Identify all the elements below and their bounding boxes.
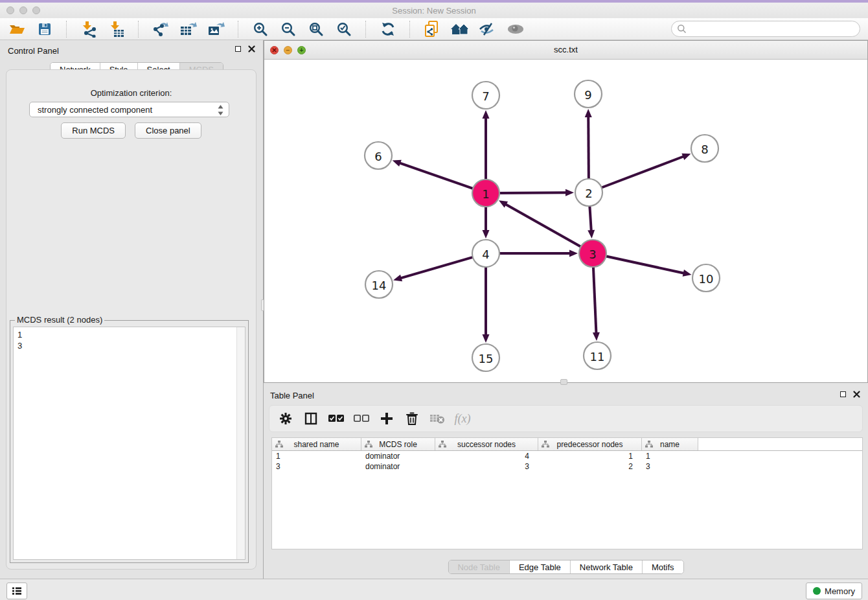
graph-node-3[interactable]: 3 — [579, 240, 606, 267]
graph-node-9[interactable]: 9 — [575, 80, 602, 108]
column-header-MCDS-role[interactable]: MCDS role — [361, 438, 435, 450]
export-image-icon[interactable] — [206, 19, 227, 39]
table-cell[interactable]: 1 — [538, 452, 642, 461]
zoom-in-icon[interactable] — [250, 19, 271, 39]
network-window-title: scc.txt — [264, 45, 867, 54]
svg-text:1: 1 — [482, 187, 489, 201]
control-panel: Control Panel NetworkStyleSelectMCDS Opt… — [0, 40, 264, 579]
tab-motifs[interactable]: Motifs — [642, 560, 683, 573]
graph-node-7[interactable]: 7 — [472, 82, 499, 109]
close-panel-icon[interactable] — [248, 45, 255, 52]
hierarchy-icon — [542, 441, 549, 448]
graph-node-15[interactable]: 15 — [472, 344, 499, 371]
svg-text:15: 15 — [479, 352, 494, 365]
eye-icon[interactable] — [505, 19, 526, 39]
column-header-successor-nodes[interactable]: successor nodes — [435, 438, 538, 450]
table-cell[interactable]: 1 — [272, 452, 361, 461]
graph-edge-3-11[interactable] — [593, 266, 600, 341]
graph-edge-1-7[interactable] — [483, 110, 490, 181]
graph-edge-1-6[interactable] — [393, 160, 474, 189]
clone-network-icon[interactable] — [422, 19, 442, 39]
export-network-icon[interactable] — [150, 19, 171, 39]
graph-edge-2-3[interactable] — [588, 205, 595, 238]
zoom-selected-icon[interactable] — [334, 19, 354, 39]
column-header-name[interactable]: name — [642, 438, 698, 450]
select-all-columns-icon[interactable] — [326, 409, 346, 428]
table-cell[interactable]: dominator — [361, 462, 435, 471]
houses-icon[interactable] — [450, 19, 470, 39]
graph-node-8[interactable]: 8 — [691, 135, 718, 162]
task-history-button[interactable] — [6, 583, 27, 599]
graph-node-14[interactable]: 14 — [365, 271, 393, 298]
graph-node-10[interactable]: 10 — [692, 264, 720, 292]
table-cell[interactable]: 3 — [435, 462, 538, 471]
graph-edge-1-2[interactable] — [498, 189, 574, 196]
gear-icon[interactable] — [276, 409, 295, 428]
close-panel-button[interactable]: Close panel — [135, 122, 201, 139]
split-columns-icon[interactable] — [301, 409, 321, 428]
destroy-table-icon[interactable] — [428, 409, 447, 428]
unselect-all-columns-icon[interactable] — [352, 409, 371, 428]
zoom-out-icon[interactable] — [278, 19, 299, 39]
optimization-criterion-select[interactable]: strongly connected component — [29, 102, 229, 117]
tab-network-table[interactable]: Network Table — [570, 560, 642, 573]
splitter-grip-horizontal[interactable] — [560, 379, 567, 385]
graph-node-6[interactable]: 6 — [365, 142, 392, 169]
import-table-icon[interactable] — [106, 19, 127, 39]
run-mcds-button[interactable]: Run MCDS — [61, 122, 126, 139]
graph-edge-1-4[interactable] — [483, 205, 490, 238]
graph-node-2[interactable]: 2 — [575, 179, 602, 206]
search-input[interactable] — [690, 23, 854, 34]
table-cell[interactable]: 3 — [642, 462, 698, 471]
svg-text:4: 4 — [482, 248, 489, 261]
svg-text:9: 9 — [584, 88, 591, 102]
mcds-result-textarea[interactable]: 1 3 — [13, 327, 246, 560]
import-network-icon[interactable] — [78, 19, 99, 39]
scrollbar-track[interactable] — [236, 327, 245, 559]
graph-node-1[interactable]: 1 — [472, 179, 499, 207]
float-panel-icon[interactable] — [235, 46, 241, 52]
close-panel-icon[interactable] — [853, 391, 860, 398]
toolbar-separator — [238, 21, 239, 38]
open-session-icon[interactable] — [6, 19, 27, 39]
graph-edge-2-9[interactable] — [585, 109, 592, 180]
table-row[interactable]: 1dominator411 — [272, 451, 862, 461]
graph-edge-2-8[interactable] — [600, 154, 691, 189]
list-icon — [12, 586, 22, 595]
graph-edge-4-15[interactable] — [483, 266, 490, 343]
table-cell[interactable]: 3 — [272, 462, 361, 471]
table-cell[interactable]: 1 — [642, 452, 698, 461]
delete-column-icon[interactable] — [402, 409, 422, 428]
table-cell[interactable]: 2 — [538, 462, 642, 471]
graph-node-4[interactable]: 4 — [472, 240, 499, 267]
table-row[interactable]: 3dominator323 — [272, 461, 862, 472]
tab-node-table[interactable]: Node Table — [448, 560, 509, 573]
function-builder-icon[interactable]: f(x) — [453, 409, 472, 428]
optimization-criterion-label: Optimization criterion: — [6, 88, 256, 98]
refresh-layout-icon[interactable] — [378, 19, 398, 39]
graph-edge-4-3[interactable] — [498, 250, 578, 257]
float-panel-icon[interactable] — [840, 391, 846, 397]
memory-button[interactable]: Memory — [806, 583, 862, 599]
network-canvas[interactable]: 7968124314101511 — [264, 59, 867, 382]
table-cell[interactable]: dominator — [361, 452, 435, 461]
tab-edge-table[interactable]: Edge Table — [509, 560, 570, 573]
svg-text:8: 8 — [701, 143, 708, 156]
save-session-icon[interactable] — [34, 19, 55, 39]
column-header-shared-name[interactable]: shared name — [272, 438, 361, 450]
network-window-titlebar[interactable]: ✕ − + scc.txt — [264, 41, 867, 60]
export-table-icon[interactable] — [178, 19, 199, 39]
search-field[interactable] — [671, 21, 860, 37]
table-panel-title: Table Panel — [270, 391, 314, 400]
network-window: ✕ − + scc.txt 7968124314101511 — [264, 40, 868, 383]
graph-node-11[interactable]: 11 — [584, 342, 611, 369]
hierarchy-icon — [365, 441, 372, 448]
zoom-fit-icon[interactable] — [306, 19, 326, 39]
graph-edge-3-1[interactable] — [499, 200, 582, 247]
column-header-predecessor-nodes[interactable]: predecessor nodes — [538, 438, 642, 450]
graph-edge-4-14[interactable] — [393, 257, 474, 281]
add-column-icon[interactable] — [377, 409, 396, 428]
graph-edge-3-10[interactable] — [605, 256, 692, 277]
table-cell[interactable]: 4 — [435, 452, 538, 461]
eye-slash-icon[interactable] — [477, 19, 498, 39]
